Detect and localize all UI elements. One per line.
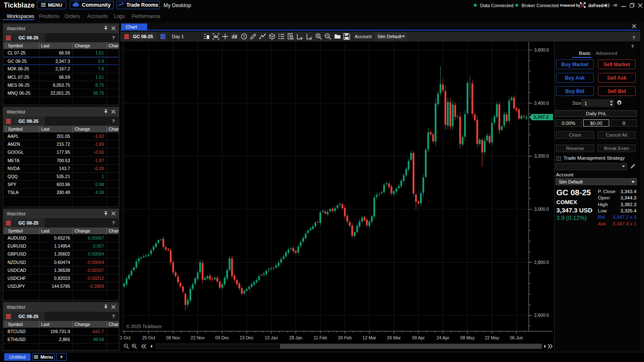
workspace-menu-button[interactable]: Menu (32, 353, 55, 361)
watchlist-row-eurusd[interactable]: EURUSD1.149540.007 (3, 242, 119, 250)
watchlist-symbol[interactable]: GC 08-25 (13, 218, 45, 228)
column-header-symbol[interactable]: Symbol (6, 42, 39, 49)
watchlist-row-meta[interactable]: META700.53-1.87 (3, 157, 119, 165)
watchlist-row-nzdusd[interactable]: NZDUSD0.60474-0.00054 (3, 259, 119, 266)
edit-pencil-icon[interactable] (630, 163, 636, 170)
indicators-cube-icon[interactable] (268, 33, 275, 40)
size-stepper[interactable] (609, 99, 614, 107)
trade-help-icon[interactable]: ? (631, 44, 634, 49)
watchlist-row-cl-07-25[interactable]: CL 07-2566.591.61 (3, 49, 119, 57)
chart-trader-icon[interactable] (203, 33, 210, 40)
open-folder-icon[interactable] (334, 33, 341, 40)
column-header-symbol[interactable]: Symbol (6, 321, 39, 328)
step-right-icon[interactable] (543, 344, 547, 348)
column-header-change[interactable]: Change (73, 321, 106, 328)
pin-icon[interactable] (104, 305, 108, 310)
watchlist-symbol[interactable]: GC 08-25 (13, 116, 45, 126)
nav-tab-orders[interactable]: Orders (65, 13, 80, 20)
stepper-down-icon[interactable] (610, 104, 613, 106)
watchlist-row-mnq-06-25[interactable]: MNQ 06-2522,001.2538.75 (3, 89, 119, 97)
tab-basic[interactable]: Basic (579, 51, 591, 56)
chart-help-icon[interactable]: ? (632, 35, 635, 40)
symbol-color-chip[interactable] (3, 33, 13, 42)
close-icon[interactable] (112, 109, 115, 114)
watchlist-row-usdchf[interactable]: USDCHF0.82023-0.00212 (3, 274, 119, 282)
tms-checkbox[interactable] (556, 156, 561, 161)
chart-close-icon[interactable] (632, 24, 636, 29)
drawing-pencil-icon[interactable] (249, 33, 257, 40)
community-button[interactable]: Community (70, 1, 114, 9)
help-icon[interactable]: ? (112, 119, 115, 124)
close-icon[interactable] (112, 305, 115, 310)
tab-advanced[interactable]: Advanced (596, 51, 617, 56)
volume-icon[interactable] (231, 33, 238, 40)
pin-icon[interactable] (104, 109, 108, 115)
watchlist-row-googl[interactable]: GOOGL177.95-0.65 (3, 148, 119, 156)
scale-right-icon[interactable] (306, 33, 313, 40)
buy-market-button[interactable]: Buy Market (556, 59, 594, 69)
sell-bid-button[interactable]: Sell Bid (598, 86, 636, 96)
gear-icon[interactable] (616, 100, 622, 107)
column-header-last[interactable]: Last (39, 42, 73, 49)
watchlist-row-usdcad[interactable]: USDCAD1.36538-0.00157 (3, 266, 119, 274)
column-header-last[interactable]: Last (39, 228, 73, 234)
watchlist-row-mcl-07-25[interactable]: MCL 07-2566.591.61 (3, 73, 119, 81)
period-color-chip[interactable] (161, 34, 165, 39)
watchlist-symbol[interactable]: GC 08-25 (13, 33, 45, 42)
help-icon[interactable]: ? (112, 314, 115, 319)
zoom-in-icon[interactable] (132, 344, 137, 349)
toolbar-symbol[interactable]: GC 08-25 (130, 32, 156, 41)
close-icon[interactable] (112, 211, 115, 216)
chart-scrollbar-track[interactable] (156, 344, 542, 349)
watchlist-title-bar[interactable]: Watchlist (3, 303, 119, 312)
watchlist-row-spy[interactable]: SPY603.960.98 (3, 181, 119, 189)
close-button[interactable]: Close (556, 131, 594, 139)
watchlist-row-nvda[interactable]: NVDA143.7-0.26 (3, 165, 119, 173)
column-header-change[interactable]: Change (73, 126, 106, 132)
sell-ask-button[interactable]: Sell Ask (598, 73, 636, 83)
workspace-tab-untitled[interactable]: Untitled (4, 353, 31, 361)
pin-icon[interactable] (104, 26, 108, 31)
column-header-change[interactable]: Change % (106, 228, 119, 234)
column-header-symbol[interactable]: Symbol (6, 126, 39, 132)
sessions-clock-icon[interactable] (240, 33, 247, 40)
sell-market-button[interactable]: Sell Market (598, 59, 636, 69)
add-workspace-button[interactable]: + (56, 353, 67, 361)
step-left-icon[interactable] (150, 344, 153, 348)
column-header-change[interactable]: Change (73, 42, 106, 49)
symbol-color-chip[interactable] (3, 312, 13, 321)
column-header-change[interactable]: Change % (106, 42, 119, 49)
scale-left-icon[interactable] (296, 33, 304, 40)
jump-end-icon[interactable] (548, 344, 553, 349)
pin-icon[interactable] (104, 211, 108, 217)
object-list-icon[interactable] (278, 33, 285, 40)
close-window-button[interactable] (636, 0, 644, 10)
candlestick-chart[interactable]: 2,600.02,800.03,000.03,200.03,400.03,600… (120, 42, 553, 342)
column-header-change[interactable]: Change % (106, 126, 119, 132)
watchlist-row-tsla[interactable]: TSLA330.484.39 (3, 189, 119, 197)
column-header-last[interactable]: Last (39, 126, 73, 132)
restore-button[interactable] (627, 0, 636, 10)
jump-start-icon[interactable] (141, 344, 146, 349)
watchlist-row-gc-08-25[interactable]: GC 08-253,347.33.9 (3, 57, 119, 65)
column-header-last[interactable]: Last (39, 321, 73, 328)
nav-tab-logs[interactable]: Logs (114, 13, 125, 20)
toolbar-period[interactable]: Day 1 (168, 32, 203, 41)
symbol-color-chip[interactable] (125, 34, 129, 39)
watchlist-row-usdjpy[interactable]: USDJPY144.5795-0.2859 (3, 282, 119, 290)
tab-chart[interactable]: Chart (121, 23, 147, 31)
watchlist-row-aapl[interactable]: AAPL201.05-1.62 (3, 132, 119, 140)
data-inspect-icon[interactable] (287, 33, 294, 40)
watchlist-row-qqq[interactable]: QQQ535.211 (3, 173, 119, 181)
nav-tab-positions[interactable]: Positions (39, 13, 60, 20)
zoom-in-icon[interactable] (315, 33, 322, 40)
chart-snapshot-icon[interactable] (212, 33, 219, 40)
menu-button[interactable]: MENU (37, 1, 66, 9)
watchlist-title-bar[interactable]: Watchlist (3, 209, 119, 218)
symbol-color-chip[interactable] (3, 116, 13, 126)
pin-window-icon[interactable] (610, 0, 619, 10)
toolbar-account-select[interactable]: Sim Default (375, 32, 407, 41)
zoom-out-icon[interactable] (124, 344, 129, 349)
watchlist-row-ethusd[interactable]: ETHUSD2,86548.68 (3, 336, 119, 344)
strategy-select[interactable] (556, 163, 627, 170)
